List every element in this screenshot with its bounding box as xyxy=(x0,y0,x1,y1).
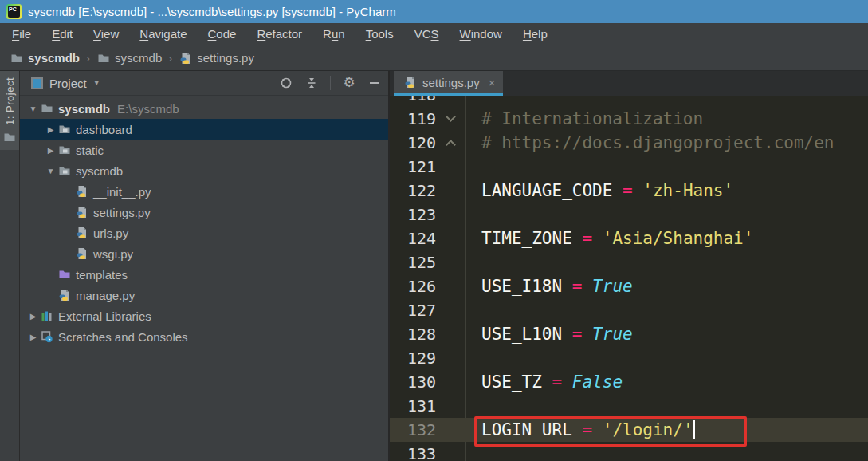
tab-settings-py[interactable]: settings.py × xyxy=(394,71,503,96)
tree-arrow-collapsed[interactable]: ▶ xyxy=(26,312,40,321)
folder-package-icon xyxy=(57,123,71,136)
code-line-129[interactable]: 129 xyxy=(390,346,868,370)
tool-stripe-project-button[interactable]: 1: Project xyxy=(0,71,19,150)
menu-code[interactable]: Code xyxy=(198,25,247,43)
fold-column xyxy=(436,394,465,418)
tree-item-settings-py[interactable]: settings.py xyxy=(20,202,388,223)
tree-item-syscmdb[interactable]: ▼syscmdb xyxy=(20,160,388,181)
menu-edit[interactable]: Edit xyxy=(41,25,83,43)
code-line-128[interactable]: 128USE_L10N = True xyxy=(390,322,868,346)
tree-arrow-collapsed[interactable]: ▶ xyxy=(26,333,40,341)
fold-column xyxy=(436,418,465,442)
line-number: 132 xyxy=(390,418,436,442)
folder-package-icon xyxy=(57,144,71,157)
menu-vcs[interactable]: VCS xyxy=(404,25,450,43)
line-number: 130 xyxy=(390,370,436,394)
code-text: USE_I18N = True xyxy=(465,274,633,298)
tree-item-label: __init__.py xyxy=(93,185,151,199)
menu-help[interactable]: Help xyxy=(513,25,558,43)
close-icon[interactable]: × xyxy=(489,76,496,89)
tree-item-external-libraries[interactable]: ▶External Libraries xyxy=(20,305,388,326)
fold-column xyxy=(436,96,465,107)
tree-arrow-collapsed[interactable]: ▶ xyxy=(44,146,57,155)
code-line-130[interactable]: 130USE_TZ = False xyxy=(390,370,868,394)
code-text xyxy=(465,298,481,322)
line-number: 128 xyxy=(390,322,436,346)
code-line-131[interactable]: 131 xyxy=(390,394,868,418)
line-number: 124 xyxy=(390,227,436,250)
fold-marker-icon[interactable] xyxy=(436,107,465,131)
breadcrumb: syscmdb›syscmdb›settings.py xyxy=(0,45,868,71)
line-number: 118 xyxy=(390,96,436,107)
code-line-123[interactable]: 123 xyxy=(390,203,868,227)
editor: settings.py × 118119# Internationalizati… xyxy=(390,71,868,461)
code-line-132[interactable]: 132LOGIN_URL = '/login/' xyxy=(390,418,868,442)
fold-column xyxy=(436,370,465,394)
menu-navigate[interactable]: Navigate xyxy=(129,25,197,43)
hide-panel-icon[interactable] xyxy=(367,76,382,90)
tree-item-__init__-py[interactable]: __init__.py xyxy=(20,181,388,202)
menu-run[interactable]: Run xyxy=(312,25,355,43)
tree-item-label: static xyxy=(76,144,104,157)
tree-arrow-expanded[interactable]: ▼ xyxy=(26,104,40,113)
tree-item-label: templates xyxy=(76,268,128,282)
line-number: 127 xyxy=(390,298,436,322)
tree-item-dashboard[interactable]: ▶dashboard xyxy=(20,119,388,140)
settings-gear-icon[interactable]: ⚙ xyxy=(342,76,356,90)
code-line-122[interactable]: 122LANGUAGE_CODE = 'zh-Hans' xyxy=(390,179,868,203)
code-text xyxy=(465,346,481,370)
fold-column xyxy=(436,442,465,461)
python-file-icon xyxy=(75,247,88,261)
code-line-121[interactable]: 121 xyxy=(390,155,868,179)
text-caret xyxy=(693,420,695,439)
tree-item-label: dashboard xyxy=(76,123,132,136)
project-panel-header: Project ▼ ⚙ xyxy=(20,71,388,96)
code-line-133[interactable]: 133 xyxy=(390,442,868,461)
menu-file[interactable]: File xyxy=(2,25,41,43)
code-line-118[interactable]: 118 xyxy=(390,96,868,107)
tree-item-scratches-and-consoles[interactable]: ▶Scratches and Consoles xyxy=(20,326,388,347)
locate-file-icon[interactable] xyxy=(279,76,293,90)
python-file-icon xyxy=(75,185,88,199)
tree-item-static[interactable]: ▶static xyxy=(20,140,388,160)
tree-item-wsgi-py[interactable]: wsgi.py xyxy=(20,243,388,264)
tree-arrow-expanded[interactable]: ▼ xyxy=(44,167,57,175)
code-text xyxy=(465,250,481,274)
folder-templates-icon xyxy=(57,268,71,282)
breadcrumb-label: syscmdb xyxy=(28,51,80,65)
breadcrumb-item-syscmdb[interactable]: syscmdb xyxy=(10,51,80,65)
code-line-127[interactable]: 127 xyxy=(390,298,868,322)
chevron-down-icon[interactable]: ▼ xyxy=(93,79,100,87)
code-area[interactable]: 118119# Internationalization120# https:/… xyxy=(390,96,868,461)
fold-marker-icon[interactable] xyxy=(436,131,465,155)
editor-tab-bar: settings.py × xyxy=(390,71,868,96)
divider xyxy=(330,76,331,90)
project-panel-title[interactable]: Project xyxy=(49,77,87,90)
tree-arrow-collapsed[interactable]: ▶ xyxy=(44,125,57,134)
code-line-126[interactable]: 126USE_I18N = True xyxy=(390,274,868,298)
tree-item-syscmdb[interactable]: ▼syscmdbE:\syscmdb xyxy=(20,98,388,119)
pycharm-window: PC syscmdb [E:\syscmdb] - ...\syscmdb\se… xyxy=(0,0,868,461)
menu-refactor[interactable]: Refactor xyxy=(246,25,312,43)
tree-item-label: wsgi.py xyxy=(93,247,133,261)
python-file-icon xyxy=(75,227,88,240)
tree-item-manage-py[interactable]: manage.py xyxy=(20,285,388,305)
menu-window[interactable]: Window xyxy=(450,25,513,43)
menu-view[interactable]: View xyxy=(83,25,129,43)
code-text xyxy=(465,203,481,227)
code-text: LOGIN_URL = '/login/' xyxy=(465,418,695,442)
collapse-all-icon[interactable] xyxy=(304,76,319,90)
breadcrumb-item-settings-py[interactable]: settings.py xyxy=(179,51,254,65)
breadcrumb-label: settings.py xyxy=(197,51,254,65)
window-title: syscmdb [E:\syscmdb] - ...\syscmdb\setti… xyxy=(28,5,396,18)
code-line-120[interactable]: 120# https://docs.djangoproject.com/en xyxy=(390,131,868,155)
line-number: 120 xyxy=(390,131,436,155)
tree-item-templates[interactable]: templates xyxy=(20,264,388,285)
breadcrumb-item-syscmdb[interactable]: syscmdb xyxy=(96,51,162,65)
code-line-124[interactable]: 124TIME_ZONE = 'Asia/Shanghai' xyxy=(390,227,868,250)
code-line-119[interactable]: 119# Internationalization xyxy=(390,107,868,131)
menu-tools[interactable]: Tools xyxy=(355,25,404,43)
code-line-125[interactable]: 125 xyxy=(390,250,868,274)
tree-item-urls-py[interactable]: urls.py xyxy=(20,223,388,243)
code-text: LANGUAGE_CODE = 'zh-Hans' xyxy=(465,179,733,203)
